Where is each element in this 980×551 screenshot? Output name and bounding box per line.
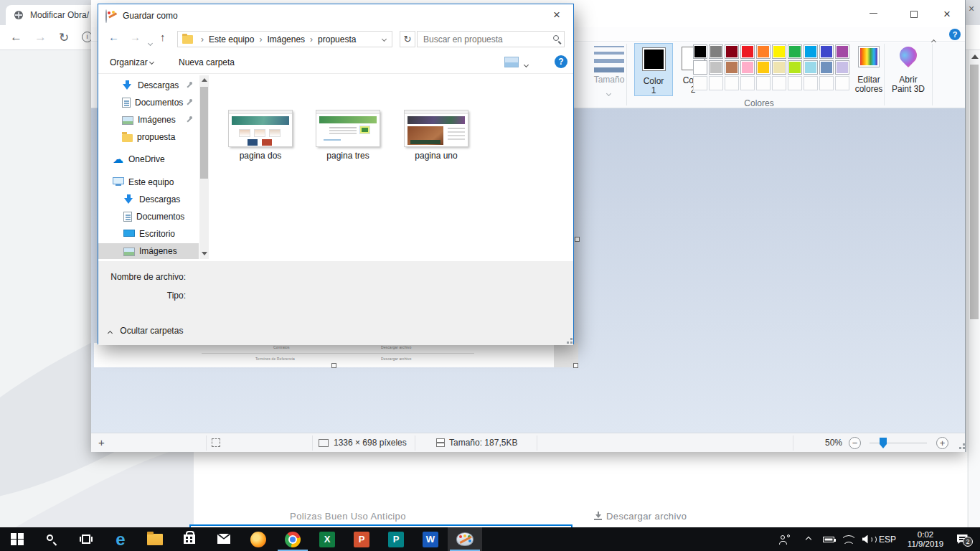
palette-swatch[interactable] [740, 60, 755, 75]
zoom-in-button[interactable]: + [936, 437, 948, 449]
browser-forward-icon[interactable]: → [34, 30, 47, 44]
palette-swatch[interactable] [709, 60, 723, 75]
address-dropdown-icon[interactable] [382, 34, 386, 44]
palette-swatch[interactable] [788, 44, 802, 59]
download-link[interactable]: Descargar archivo [594, 502, 687, 527]
refresh-button[interactable]: ↻ [400, 31, 415, 47]
file-thumbnail-pagina-uno[interactable] [404, 110, 468, 147]
sidebar-item-imagenes[interactable]: Imágenes [98, 112, 199, 128]
breadcrumb-item[interactable]: Imágenes [267, 34, 305, 44]
palette-swatch[interactable] [756, 44, 771, 59]
back-icon[interactable]: ← [108, 31, 119, 43]
scroll-up-icon[interactable] [971, 55, 979, 59]
palette-swatch[interactable] [772, 60, 786, 75]
taskbar-paint[interactable] [448, 527, 482, 551]
people-icon[interactable] [775, 527, 795, 551]
file-name[interactable]: pagina uno [397, 151, 476, 161]
taskbar-search-button[interactable] [34, 527, 69, 551]
palette-empty-slot[interactable] [740, 76, 755, 90]
new-folder-button[interactable]: Nueva carpeta [179, 57, 235, 67]
palette-empty-slot[interactable] [725, 76, 739, 90]
taskbar-chrome[interactable] [275, 527, 310, 551]
search-input[interactable] [422, 32, 544, 46]
breadcrumb-item[interactable]: Este equipo [209, 34, 254, 44]
browser-scrollbar[interactable] [968, 50, 980, 527]
language-indicator[interactable]: ESP [877, 527, 898, 551]
file-thumbnail-pagina-tres[interactable] [316, 110, 380, 147]
palette-swatch[interactable] [740, 44, 755, 59]
palette-swatch[interactable] [725, 60, 739, 75]
clock[interactable]: 0:02 11/9/2019 [900, 527, 951, 551]
dialog-close-icon[interactable]: × [553, 8, 560, 22]
size-dropdown-icon[interactable] [607, 87, 611, 100]
sidebar-item-descargas[interactable]: Descargas [98, 77, 199, 93]
sidebar-item-documentos[interactable]: Documentos [98, 95, 199, 110]
taskbar-excel[interactable]: X [310, 527, 344, 551]
scroll-down-icon[interactable] [202, 252, 207, 255]
palette-empty-slot[interactable] [756, 76, 771, 90]
palette-swatch[interactable] [772, 44, 786, 59]
palette-swatch[interactable] [709, 44, 723, 59]
color1-button[interactable]: Color1 [634, 43, 673, 96]
scrollbar-thumb[interactable] [200, 87, 208, 179]
file-name[interactable]: pagina dos [221, 151, 300, 161]
palette-empty-slot[interactable] [835, 76, 849, 90]
help-icon[interactable]: ? [555, 55, 567, 68]
palette-empty-slot[interactable] [804, 76, 818, 90]
task-view-button[interactable] [69, 527, 103, 551]
sidebar-item-descargas-pc[interactable]: Descargas [98, 192, 199, 207]
resize-grip[interactable] [956, 441, 965, 449]
palette-swatch[interactable] [693, 44, 707, 59]
palette-swatch[interactable] [835, 60, 849, 75]
maximize-button[interactable] [907, 9, 921, 20]
help-icon[interactable]: ? [949, 29, 961, 40]
zoom-slider-track[interactable] [870, 443, 927, 443]
search-icon[interactable] [553, 35, 559, 41]
selection-handle[interactable] [573, 363, 578, 368]
volume-icon[interactable] [858, 527, 877, 551]
zoom-slider-handle[interactable] [880, 438, 887, 448]
taskbar-firefox[interactable] [241, 527, 275, 551]
sidebar-scrollbar[interactable] [199, 75, 209, 259]
taskbar-edge[interactable]: e [103, 527, 138, 551]
palette-swatch[interactable] [756, 60, 771, 75]
taskbar-publisher[interactable]: P [379, 527, 413, 551]
file-name[interactable]: pagina tres [308, 151, 387, 161]
palette-empty-slot[interactable] [772, 76, 786, 90]
palette-swatch[interactable] [725, 44, 739, 59]
palette-swatch[interactable] [819, 44, 834, 59]
forward-icon[interactable]: → [130, 31, 141, 43]
breadcrumb-item[interactable]: propuesta [318, 34, 356, 44]
palette-empty-slot[interactable] [693, 76, 707, 90]
sidebar-item-onedrive[interactable]: ☁ OneDrive [98, 151, 199, 167]
selection-handle[interactable] [331, 363, 336, 368]
battery-icon[interactable] [819, 527, 838, 551]
palette-empty-slot[interactable] [819, 76, 834, 90]
close-button[interactable]: × [940, 9, 954, 20]
scroll-up-icon[interactable] [202, 78, 207, 82]
sidebar-item-este-equipo[interactable]: Este equipo [98, 174, 199, 190]
zoom-out-button[interactable]: − [849, 437, 861, 449]
view-mode-dropdown-icon[interactable] [524, 60, 528, 70]
palette-swatch[interactable] [693, 60, 707, 75]
start-button[interactable] [0, 527, 34, 551]
palette-swatch[interactable] [804, 44, 818, 59]
sidebar-item-escritorio[interactable]: Escritorio [98, 226, 199, 242]
palette-empty-slot[interactable] [709, 76, 723, 90]
taskbar-store[interactable] [172, 527, 207, 551]
palette-swatch[interactable] [835, 44, 849, 59]
up-icon[interactable]: ↑ [160, 31, 166, 43]
palette-swatch[interactable] [804, 60, 818, 75]
sidebar-item-propuesta[interactable]: propuesta [98, 129, 199, 145]
hidden-icons-chevron[interactable] [799, 527, 818, 551]
palette-swatch[interactable] [819, 60, 834, 75]
breadcrumb[interactable]: › Este equipo › Imágenes › propuesta [177, 31, 392, 47]
scrollbar-thumb[interactable] [970, 65, 979, 319]
dialog-resize-grip[interactable] [564, 335, 573, 344]
action-center-button[interactable]: 2 [951, 527, 973, 551]
taskbar-powerpoint[interactable]: P [344, 527, 379, 551]
taskbar-file-explorer[interactable] [138, 527, 172, 551]
palette-swatch[interactable] [788, 60, 802, 75]
taskbar-mail[interactable] [207, 527, 241, 551]
minimize-button[interactable] [866, 9, 880, 20]
